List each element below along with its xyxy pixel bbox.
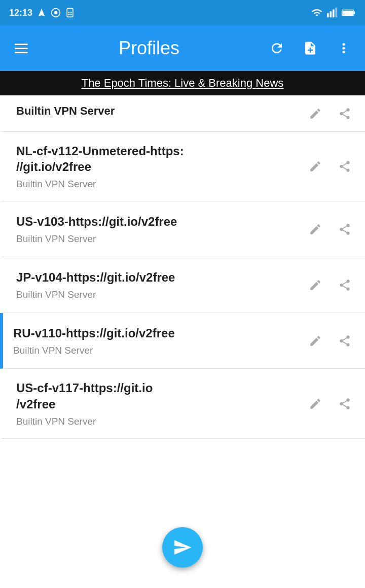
edit-icon: [309, 334, 322, 348]
menu-button[interactable]: [10, 37, 32, 59]
battery-icon: [342, 8, 356, 17]
list-item[interactable]: RU-v110-https://git.io/v2free Builtin VP…: [0, 313, 365, 369]
add-profile-button[interactable]: [299, 37, 321, 59]
profile-info: JP-v104-https://git.io/v2free Builtin VP…: [16, 269, 305, 300]
profile-actions: [305, 331, 355, 351]
profile-name: US-v103-https://git.io/v2free: [16, 214, 300, 229]
svg-rect-12: [353, 11, 355, 14]
profile-info: Builtin VPN Server: [16, 104, 305, 123]
edit-button[interactable]: [305, 394, 325, 414]
svg-rect-13: [343, 11, 353, 15]
share-icon: [338, 160, 351, 173]
edit-icon: [309, 107, 322, 120]
share-icon: [338, 334, 351, 348]
profile-actions: [305, 103, 355, 124]
list-item[interactable]: US-cf-v117-https://git.io/v2free Builtin…: [0, 369, 365, 438]
page-title: Profiles: [32, 38, 266, 59]
ad-banner[interactable]: The Epoch Times: Live & Breaking News: [0, 71, 365, 95]
list-item[interactable]: Builtin VPN Server: [0, 95, 365, 132]
list-item[interactable]: JP-v104-https://git.io/v2free Builtin VP…: [0, 257, 365, 313]
share-button[interactable]: [335, 103, 355, 124]
time-display: 12:13: [9, 8, 32, 18]
edit-icon: [309, 279, 322, 292]
refresh-button[interactable]: [266, 37, 288, 59]
share-icon: [338, 107, 351, 120]
profile-name: RU-v110-https://git.io/v2free: [13, 325, 300, 341]
edit-button[interactable]: [305, 331, 325, 351]
share-button[interactable]: [335, 156, 355, 177]
svg-rect-5: [68, 14, 70, 16]
svg-rect-3: [68, 12, 70, 13]
navigation-icon: [36, 8, 47, 18]
profile-name: JP-v104-https://git.io/v2free: [16, 269, 300, 285]
status-right: [311, 7, 356, 18]
profile-info: US-v103-https://git.io/v2free Builtin VP…: [16, 214, 305, 245]
share-icon: [338, 279, 351, 292]
profile-actions: [305, 394, 355, 414]
profile-info: NL-cf-v112-Unmetered-https://git.io/v2fr…: [16, 143, 305, 190]
svg-rect-7: [327, 13, 329, 17]
app-bar: Profiles: [0, 25, 365, 71]
edit-button[interactable]: [305, 103, 325, 124]
share-button[interactable]: [335, 275, 355, 295]
svg-rect-8: [330, 11, 332, 17]
status-bar: 12:13: [0, 0, 365, 25]
wifi-icon: [311, 7, 322, 18]
svg-rect-9: [333, 10, 335, 18]
profile-subtitle: Builtin VPN Server: [13, 345, 300, 356]
add-file-icon: [303, 41, 318, 56]
edit-button[interactable]: [305, 156, 325, 177]
connect-fab[interactable]: [162, 527, 203, 568]
svg-rect-10: [335, 8, 337, 17]
profile-actions: [305, 275, 355, 295]
app-bar-actions: [266, 37, 355, 59]
profile-info: RU-v110-https://git.io/v2free Builtin VP…: [13, 325, 305, 356]
share-icon: [338, 397, 351, 410]
svg-rect-2: [67, 9, 73, 17]
profile-list: Builtin VPN Server NL-cf-v112-Unmetered-…: [0, 95, 365, 588]
svg-point-1: [54, 11, 58, 15]
share-icon: [338, 223, 351, 236]
sim-icon: [65, 8, 75, 18]
profile-subtitle: Builtin VPN Server: [16, 289, 300, 300]
more-options-button[interactable]: [333, 37, 355, 59]
profile-subtitle: Builtin VPN Server: [16, 233, 300, 245]
list-item[interactable]: NL-cf-v112-Unmetered-https://git.io/v2fr…: [0, 132, 365, 201]
share-button[interactable]: [335, 394, 355, 414]
profile-icon: [51, 8, 61, 18]
list-item[interactable]: US-v103-https://git.io/v2free Builtin VP…: [0, 201, 365, 257]
edit-button[interactable]: [305, 275, 325, 295]
edit-icon: [309, 397, 322, 410]
profile-info: US-cf-v117-https://git.io/v2free Builtin…: [16, 380, 305, 427]
share-button[interactable]: [335, 331, 355, 351]
profile-name: NL-cf-v112-Unmetered-https://git.io/v2fr…: [16, 143, 300, 175]
share-button[interactable]: [335, 219, 355, 239]
edit-button[interactable]: [305, 219, 325, 239]
profile-subtitle: Builtin VPN Server: [16, 179, 300, 190]
svg-rect-4: [70, 12, 72, 13]
edit-icon: [309, 160, 322, 173]
svg-rect-6: [70, 14, 72, 16]
refresh-icon: [269, 41, 284, 56]
status-left: 12:13: [9, 8, 75, 18]
hamburger-icon: [15, 44, 28, 53]
profile-actions: [305, 219, 355, 239]
profile-name: US-cf-v117-https://git.io/v2free: [16, 380, 300, 411]
ad-link[interactable]: The Epoch Times: Live & Breaking News: [82, 77, 284, 90]
signal-icon: [326, 7, 338, 18]
edit-icon: [309, 223, 322, 236]
more-vert-icon: [336, 41, 351, 56]
profile-actions: [305, 156, 355, 177]
profile-name: Builtin VPN Server: [16, 104, 300, 119]
connect-icon: [173, 538, 192, 557]
profile-subtitle: Builtin VPN Server: [16, 416, 300, 427]
